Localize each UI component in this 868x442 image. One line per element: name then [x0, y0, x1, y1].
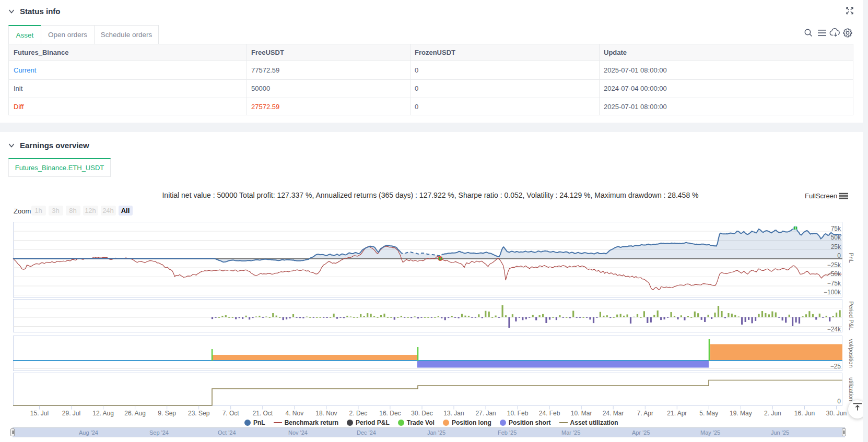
svg-text:16. Jun: 16. Jun	[794, 410, 815, 417]
svg-text:19. May: 19. May	[730, 410, 752, 417]
svg-text:10. Mar: 10. Mar	[571, 410, 592, 417]
svg-text:0: 0	[837, 398, 841, 405]
svg-text:24. Mar: 24. Mar	[603, 410, 624, 417]
svg-text:21. Apr: 21. Apr	[667, 410, 687, 417]
svg-text:30. Jun: 30. Jun	[826, 410, 847, 417]
svg-text:30. Dec: 30. Dec	[411, 410, 432, 417]
svg-text:7. Oct: 7. Oct	[222, 410, 240, 417]
svg-text:vol/position: vol/position	[848, 339, 854, 367]
svg-text:26. Aug: 26. Aug	[124, 410, 146, 417]
svg-text:9. Sep: 9. Sep	[158, 410, 176, 417]
svg-text:−24k: −24k	[827, 326, 841, 333]
svg-text:13. Jan: 13. Jan	[443, 410, 464, 417]
svg-text:5. May: 5. May	[699, 410, 718, 417]
svg-text:2. Dec: 2. Dec	[349, 410, 368, 417]
svg-text:10. Feb: 10. Feb	[507, 410, 529, 417]
svg-text:7. Apr: 7. Apr	[637, 410, 653, 417]
svg-text:24. Feb: 24. Feb	[539, 410, 560, 417]
svg-text:16. Dec: 16. Dec	[379, 410, 401, 417]
svg-text:21. Oct: 21. Oct	[252, 410, 273, 417]
svg-text:15. Jul: 15. Jul	[30, 410, 49, 417]
svg-text:−75k: −75k	[827, 280, 841, 287]
svg-text:Period P&L: Period P&L	[848, 301, 854, 330]
svg-text:−50k: −50k	[827, 270, 841, 278]
svg-text:−100k: −100k	[824, 289, 841, 296]
svg-text:18. Nov: 18. Nov	[315, 410, 337, 417]
svg-text:2. Jun: 2. Jun	[764, 410, 781, 417]
svg-text:PnL: PnL	[848, 253, 854, 263]
svg-text:4. Nov: 4. Nov	[285, 410, 303, 417]
svg-text:utilization: utilization	[848, 377, 854, 401]
svg-text:−25k: −25k	[827, 261, 841, 269]
svg-text:75k: 75k	[831, 225, 841, 232]
svg-text:0: 0	[837, 252, 841, 259]
svg-text:27. Jan: 27. Jan	[475, 410, 496, 417]
svg-text:23. Sep: 23. Sep	[188, 410, 210, 417]
svg-text:−25: −25	[830, 363, 841, 370]
svg-text:29. Jul: 29. Jul	[62, 410, 80, 417]
svg-text:50k: 50k	[831, 234, 841, 241]
svg-text:12. Aug: 12. Aug	[92, 410, 114, 417]
svg-text:25k: 25k	[831, 243, 841, 250]
